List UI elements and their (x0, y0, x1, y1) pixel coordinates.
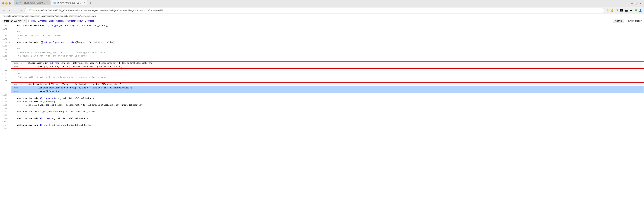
line-toggle (8, 113, 11, 114)
home-button[interactable]: ⌂ (19, 8, 24, 13)
ext-icon-2[interactable]: 🔒 (610, 8, 614, 12)
table-row: 1192 SSLHandshakeCallbacks shc, byte[] b… (12, 86, 644, 90)
ext-icon-4[interactable]: 📷 (624, 8, 628, 12)
security-text: 不安全 (29, 9, 35, 11)
annotate-link[interactable]: Annotate (38, 20, 48, 22)
ssl-interrupt-link[interactable]: SSL_interrupt (40, 97, 55, 100)
line-toggle (8, 37, 11, 38)
security-icon: ⚠ (27, 9, 28, 11)
line-number: 1198 (0, 107, 8, 110)
ext-icon-3[interactable]: 🅰 (620, 8, 624, 12)
nav-bar: ← → ↻ ⌂ ⚠ 不安全 aospxref.com/android-10.0.… (0, 7, 644, 14)
line-number: 1182 (0, 51, 8, 54)
line-link[interactable]: Line# (48, 20, 55, 22)
tab-title-2: {0} NativeCrypto.java - OpenGrok (57, 2, 82, 4)
minimize-button[interactable] (5, 2, 8, 4)
ext-icon-puzzle[interactable]: 🧩 (634, 8, 638, 12)
ssl-read-link[interactable]: SSL_read (50, 62, 59, 64)
current-dir-label: current directory (625, 20, 642, 22)
breadcrumb: xref: /external/conscrypt/repackaged/com… (0, 14, 644, 18)
ssl-get-time-link[interactable]: SSL_get_time (40, 124, 54, 126)
ssl-free-link[interactable]: SSL_free (40, 117, 49, 120)
table-row: 1198 (0, 107, 644, 110)
tab-nativecrypto[interactable]: 🌐 {0} NativeCrypto.java - OpenGrok ✕ (51, 0, 88, 5)
line-number: 1202 (0, 120, 8, 123)
ssl-write-link[interactable]: SSL_write (51, 83, 62, 86)
line-code: /** (11, 48, 644, 51)
ext-icon-5[interactable]: ◆ (629, 8, 633, 12)
table-row: 1203 static native long SSL_get_time(lon… (0, 123, 644, 127)
line-number: 1199 (0, 110, 8, 113)
table-row: 1175 (0, 27, 644, 31)
address-bar[interactable]: ⚠ 不安全 aospxref.com/android-10.0.0_r47/xr… (24, 8, 604, 13)
line-code (11, 113, 644, 117)
line-number: 1191 (12, 83, 20, 86)
line-toggle: ▶ (8, 41, 11, 44)
toolbar: android-10.0.0_r47 ▾ | History | Annotat… (0, 18, 644, 24)
maximize-button[interactable] (9, 2, 11, 4)
table-row: 1181 /** (0, 48, 644, 51)
back-button[interactable]: ← (2, 8, 6, 13)
line-code: static native void SSL_shutdown( (11, 100, 644, 103)
version-select[interactable]: android-10.0.0_r47 ▾ (2, 19, 27, 23)
ext-icon-shield[interactable]: 🛡 (615, 8, 619, 12)
breadcrumb-text: xref: /external/conscrypt/repackaged/com… (2, 15, 96, 17)
history-link[interactable]: History (29, 20, 37, 22)
line-number: 1176 (0, 31, 8, 34)
line-code: byte[] b, int off, int len, int readTime… (22, 65, 644, 68)
close-window[interactable]: ✕ (639, 2, 642, 5)
restore-window[interactable]: ⬜ (634, 2, 638, 5)
new-tab-button[interactable]: + (88, 1, 93, 5)
line-toggle (8, 51, 11, 51)
minimize-window[interactable]: — (630, 2, 634, 5)
raw-link[interactable]: Raw (78, 20, 83, 22)
ssl-get0-link[interactable]: SSL_get0_peer_certificates (44, 41, 76, 44)
line-code: static native int SSL_get_shutdown(long … (11, 110, 644, 113)
line-code (11, 44, 644, 48)
extension-icons: ⭐ 🔒 🛡 🅰 📷 ◆ 🧩 👤 (606, 8, 642, 12)
tab-close-2[interactable]: ✕ (83, 1, 85, 4)
table-row: 1194 (0, 94, 644, 97)
line-code (11, 27, 644, 31)
line-number: 1203 (0, 123, 8, 127)
line-number: 1184 (0, 58, 8, 61)
search-button[interactable]: Search (613, 19, 624, 23)
tab-close-1[interactable]: ✕ (46, 1, 48, 4)
ssl-shutdown-link[interactable]: SSL_shutdown (40, 101, 54, 103)
line-code: * Returns the peer certificate chain. (11, 34, 644, 37)
current-dir-checkbox[interactable] (625, 20, 627, 22)
forward-button[interactable]: → (8, 8, 12, 13)
tab-nativessl[interactable]: 🌐 {0} NativeSsl.java - OpenGrok cro... ✕ (14, 0, 50, 5)
table-row: 1196 static native void SSL_shutdown( (0, 100, 644, 103)
line-toggle (8, 48, 11, 48)
download-link[interactable]: Download (84, 20, 95, 22)
line-code: * Reads with the native SSL_read functio… (11, 51, 644, 54)
ssl-get-shutdown-link[interactable]: SSL_get_shutdown (38, 111, 58, 113)
profile-icon[interactable]: 👤 (638, 8, 642, 12)
ext-icon-1[interactable]: ⭐ (606, 8, 610, 12)
table-row: 1176 /** (0, 31, 644, 34)
browser-chrome: 🌐 {0} NativeSsl.java - OpenGrok cro... ✕… (0, 0, 644, 14)
line-code: public static native String SSL_get_vers… (11, 24, 644, 27)
scopes-link[interactable]: Scopes# (56, 20, 65, 22)
search-input[interactable] (592, 19, 612, 23)
navigate-link[interactable]: Navigate# (66, 20, 77, 22)
line-code (11, 69, 644, 72)
line-toggle (8, 27, 11, 28)
line-number: 1194 (0, 94, 8, 97)
highlight-box-ssl-write: 1191 ▶ static native void SSL_write(long… (11, 83, 644, 93)
line-number: 1183 (0, 54, 8, 58)
line-code: static native byte[][] SSL_get0_peer_cer… (11, 41, 644, 44)
close-button[interactable] (2, 2, 4, 4)
tab-title-1: {0} NativeSsl.java - OpenGrok cro... (20, 2, 45, 4)
line-number: 1195 (0, 97, 8, 100)
refresh-button[interactable]: ↻ (13, 8, 18, 13)
table-row: 1174 public static native String SSL_get… (0, 24, 644, 27)
traffic-lights (2, 2, 11, 4)
line-number: 1187 (0, 69, 8, 72)
table-row: 1185 ▶ static native int SSL_read(long s… (12, 62, 644, 65)
off-link[interactable]: off (87, 87, 91, 89)
line-toggle (8, 76, 11, 76)
line-code (11, 94, 644, 97)
ssl-get-version-link[interactable]: SSL_get_version (50, 25, 68, 27)
